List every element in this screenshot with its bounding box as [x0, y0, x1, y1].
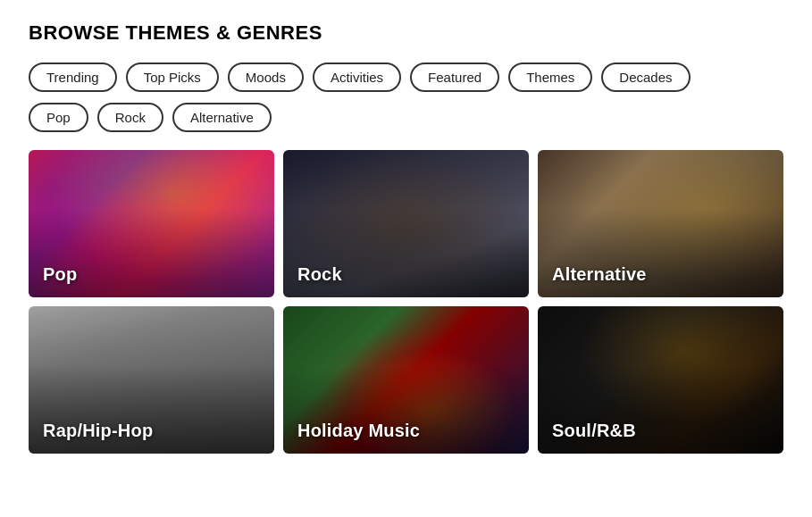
filter-row-2: PopRockAlternative — [29, 103, 783, 132]
filter-chip-top-picks[interactable]: Top Picks — [126, 63, 219, 92]
genre-card-soul-rnb[interactable]: Soul/R&B — [538, 306, 783, 454]
genre-card-label-rock: Rock — [297, 264, 342, 285]
genre-card-label-rap-hiphop: Rap/Hip-Hop — [43, 421, 153, 441]
filter-chip-pop[interactable]: Pop — [29, 103, 88, 132]
genre-card-rap-hiphop[interactable]: Rap/Hip-Hop — [29, 306, 274, 454]
filter-chip-themes[interactable]: Themes — [508, 63, 592, 92]
genre-card-rock[interactable]: Rock — [283, 150, 529, 297]
genre-card-pop[interactable]: Pop — [29, 150, 274, 297]
genre-card-label-alternative: Alternative — [552, 264, 647, 285]
genre-grid: PopRockAlternativeRap/Hip-HopHoliday Mus… — [29, 150, 783, 454]
filter-chip-rock[interactable]: Rock — [97, 103, 163, 132]
filter-chip-moods[interactable]: Moods — [228, 63, 304, 92]
page-title: BROWSE THEMES & GENRES — [29, 21, 783, 45]
filter-chip-decades[interactable]: Decades — [601, 63, 690, 92]
genre-card-holiday-music[interactable]: Holiday Music — [283, 306, 529, 454]
genre-card-label-pop: Pop — [43, 264, 77, 285]
genre-card-label-holiday-music: Holiday Music — [297, 421, 420, 441]
filter-chip-alternative[interactable]: Alternative — [172, 103, 272, 132]
genre-card-label-soul-rnb: Soul/R&B — [552, 421, 636, 441]
filter-chip-trending[interactable]: Trending — [29, 63, 117, 92]
genre-card-alternative[interactable]: Alternative — [538, 150, 783, 297]
filter-chip-activities[interactable]: Activities — [313, 63, 401, 92]
filter-row-1: TrendingTop PicksMoodsActivitiesFeatured… — [29, 63, 783, 92]
filter-chip-featured[interactable]: Featured — [410, 63, 499, 92]
